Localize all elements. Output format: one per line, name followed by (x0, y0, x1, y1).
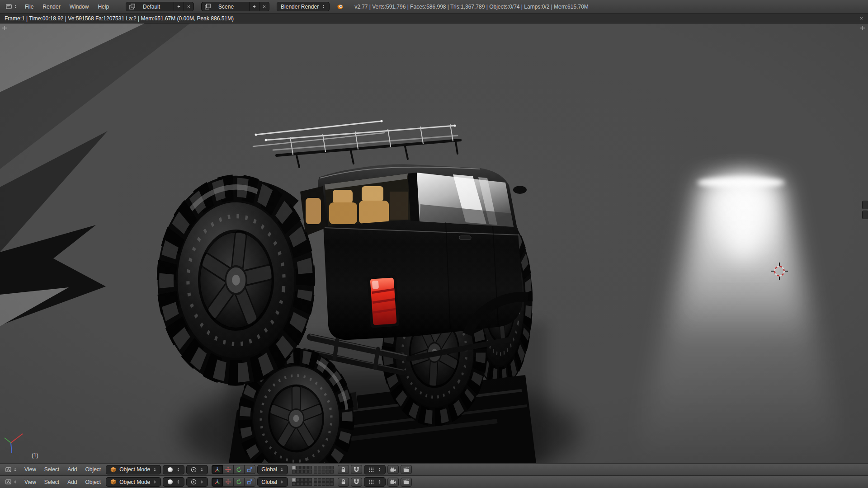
pivot-dropdown[interactable] (186, 477, 208, 487)
layer-toggle[interactable] (296, 466, 300, 469)
scale-manipulator-button[interactable] (245, 478, 255, 487)
layer-toggle[interactable] (322, 478, 326, 482)
layer-toggle[interactable] (330, 478, 334, 482)
manipulator-button[interactable] (212, 465, 223, 474)
layout-delete-button[interactable] (184, 2, 193, 11)
translate-manipulator-button[interactable] (223, 478, 234, 487)
scene-delete-button[interactable] (259, 2, 269, 11)
scene-browse-button[interactable] (202, 2, 214, 11)
snap-element-dropdown[interactable] (364, 465, 386, 474)
lock-button[interactable] (338, 465, 349, 474)
layer-toggle[interactable] (314, 466, 317, 469)
layer-toggle[interactable] (326, 482, 330, 486)
menu-select[interactable]: Select (41, 478, 62, 486)
layer-toggle[interactable] (304, 470, 308, 474)
layer-toggle[interactable] (318, 482, 321, 486)
layer-toggle[interactable] (308, 470, 312, 474)
opengl-render-button[interactable] (387, 478, 399, 487)
layer-toggle[interactable] (318, 478, 321, 482)
layer-toggle[interactable] (326, 470, 330, 474)
layer-toggle[interactable] (296, 478, 300, 482)
menu-help[interactable]: Help (94, 3, 113, 11)
rotate-manipulator-button[interactable] (234, 465, 245, 474)
shading-dropdown[interactable] (163, 465, 184, 474)
pivot-dropdown[interactable] (186, 465, 208, 474)
chevron-updown-icon (200, 480, 204, 484)
layer-toggle[interactable] (292, 478, 296, 482)
cancel-render-icon[interactable] (859, 16, 863, 20)
menu-view[interactable]: View (21, 478, 39, 486)
layout-add-button[interactable] (174, 2, 184, 11)
snap-magnet-button[interactable] (351, 465, 362, 474)
menu-object[interactable]: Object (82, 478, 104, 486)
layer-toggle[interactable] (300, 466, 304, 469)
scale-manipulator-button[interactable] (245, 465, 255, 474)
layer-toggle[interactable] (308, 478, 312, 482)
layout-name-field[interactable]: Default (138, 2, 174, 11)
layer-toggle[interactable] (322, 482, 326, 486)
layer-toggle[interactable] (318, 466, 321, 469)
layout-browse-button[interactable] (126, 2, 138, 11)
layer-toggle[interactable] (304, 466, 308, 469)
layer-toggle[interactable] (318, 470, 321, 474)
layer-toggle[interactable] (300, 482, 304, 486)
menu-file[interactable]: File (21, 3, 38, 11)
layer-toggle[interactable] (300, 478, 304, 482)
menu-add[interactable]: Add (64, 465, 80, 474)
layer-toggle[interactable] (322, 466, 326, 469)
render-engine-label: Blender Render (281, 4, 319, 10)
layer-toggle[interactable] (326, 466, 330, 469)
opengl-render-anim-button[interactable] (401, 478, 412, 487)
layer-toggle[interactable] (314, 470, 317, 474)
editor-type-button[interactable] (3, 465, 19, 474)
snap-element-dropdown[interactable] (364, 477, 386, 487)
menu-render[interactable]: Render (38, 3, 64, 11)
menu-view[interactable]: View (21, 465, 39, 474)
viewport-3d[interactable]: (1) (0, 23, 868, 463)
menu-object[interactable]: Object (82, 465, 104, 474)
editor-type-button[interactable] (3, 2, 20, 11)
layer-toggle[interactable] (292, 482, 296, 486)
layer-toggle[interactable] (330, 482, 334, 486)
lock-button[interactable] (338, 478, 349, 487)
translate-manipulator-button[interactable] (223, 465, 234, 474)
mode-dropdown[interactable]: Object Mode (106, 465, 161, 474)
layer-toggle[interactable] (292, 466, 296, 469)
region-tab[interactable] (862, 201, 868, 209)
snap-magnet-button[interactable] (351, 478, 362, 487)
shading-dropdown[interactable] (163, 477, 184, 487)
layer-toggle[interactable] (308, 466, 312, 469)
menu-add[interactable]: Add (64, 478, 80, 486)
region-tab[interactable] (862, 211, 868, 219)
layer-toggle[interactable] (296, 470, 300, 474)
orientation-dropdown[interactable]: Global (257, 465, 288, 474)
layer-toggle[interactable] (330, 466, 334, 469)
layer-toggle[interactable] (322, 470, 326, 474)
layer-toggle[interactable] (300, 470, 304, 474)
mode-dropdown[interactable]: Object Mode (106, 477, 161, 487)
orientation-dropdown[interactable]: Global (257, 477, 288, 487)
layer-toggle[interactable] (308, 482, 312, 486)
film-icon (403, 479, 410, 485)
layer-toggle[interactable] (304, 478, 308, 482)
opengl-render-anim-button[interactable] (401, 465, 412, 474)
menu-select[interactable]: Select (41, 465, 62, 474)
rotate-manipulator-button[interactable] (234, 478, 245, 487)
scene-add-button[interactable] (249, 2, 259, 11)
layer-toggle[interactable] (330, 470, 334, 474)
layer-toggle[interactable] (296, 482, 300, 486)
manipulator-button[interactable] (212, 478, 223, 487)
layer-toggle[interactable] (292, 470, 296, 474)
region-split-plus-icon[interactable] (859, 24, 866, 32)
scene-name-field[interactable]: Scene (214, 2, 249, 11)
layer-toggle[interactable] (314, 482, 317, 486)
editor-type-button[interactable] (3, 478, 19, 487)
collapsed-region-tabs (862, 201, 868, 219)
layer-toggle[interactable] (304, 482, 308, 486)
region-split-plus-icon[interactable] (1, 24, 8, 32)
opengl-render-button[interactable] (387, 465, 399, 474)
menu-window[interactable]: Window (66, 3, 93, 11)
layer-toggle[interactable] (314, 478, 317, 482)
render-engine-dropdown[interactable]: Blender Render (277, 2, 330, 11)
layer-toggle[interactable] (326, 478, 330, 482)
